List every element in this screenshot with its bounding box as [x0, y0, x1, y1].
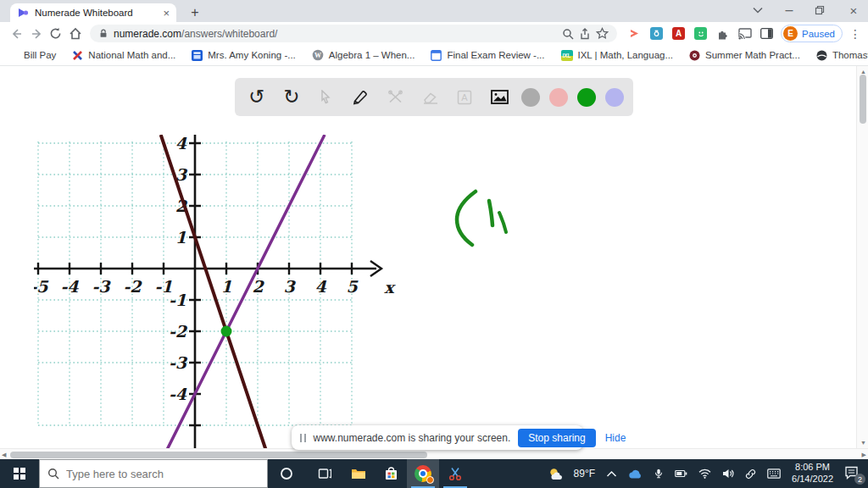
- eraser-tool-button[interactable]: [418, 85, 443, 110]
- share-message: www.numerade.com is sharing your screen.: [314, 432, 511, 444]
- scroll-right-icon[interactable]: ▶: [862, 452, 866, 458]
- chrome-taskbar-button[interactable]: [407, 459, 439, 488]
- hide-button[interactable]: Hide: [605, 432, 626, 444]
- x-tick: 2: [252, 277, 264, 296]
- cast-icon[interactable]: [737, 26, 752, 41]
- browser-tab[interactable]: Numerade Whiteboard ×: [10, 3, 176, 22]
- file-explorer-button[interactable]: [342, 459, 375, 488]
- window-minimize-button[interactable]: –: [775, 0, 804, 20]
- bookmarks-bar: Bill Pay National Math and... Mrs. Amy K…: [0, 45, 868, 66]
- scroll-up-icon[interactable]: ▲: [860, 69, 866, 75]
- handwritten-annotation: [444, 181, 515, 256]
- scroll-down-icon[interactable]: ▼: [860, 440, 866, 446]
- tray-chevron-up-icon[interactable]: [606, 470, 617, 478]
- reload-icon[interactable]: [46, 25, 65, 43]
- line-rising: [167, 135, 325, 449]
- action-center-button[interactable]: 2: [844, 466, 861, 481]
- vertical-scrollbar[interactable]: ▲ ▼: [856, 66, 868, 448]
- svg-text:A: A: [462, 92, 469, 103]
- windows-logo-icon: [14, 468, 25, 480]
- touch-keyboard-icon[interactable]: [767, 469, 781, 479]
- undo-button[interactable]: ↺: [244, 85, 270, 110]
- color-swatch-gray[interactable]: [521, 88, 540, 107]
- zoom-icon[interactable]: [562, 28, 574, 40]
- tab-strip: Numerade Whiteboard × + – ×: [0, 0, 868, 22]
- profile-button[interactable]: E Paused: [781, 25, 843, 42]
- bookmark-item[interactable]: Mrs. Amy Koning -...: [192, 50, 296, 61]
- x-tick: -5: [34, 277, 49, 296]
- search-icon: [47, 468, 59, 480]
- tab-search-chevron-icon[interactable]: [743, 0, 772, 20]
- tools-button[interactable]: [383, 85, 409, 110]
- scissors-icon: [448, 467, 462, 481]
- image-tool-button[interactable]: [487, 85, 512, 110]
- summer-math-icon: [689, 50, 700, 61]
- acrobat-extension-icon[interactable]: A: [671, 26, 686, 41]
- redo-button[interactable]: ↻: [279, 85, 304, 110]
- stop-sharing-button[interactable]: Stop sharing: [518, 429, 595, 447]
- y-tick: -2: [169, 322, 188, 341]
- start-button[interactable]: [0, 459, 39, 488]
- window-close-button[interactable]: ×: [839, 0, 868, 20]
- address-bar[interactable]: numerade.com/answers/whiteboard/: [90, 25, 617, 42]
- screenshot-extension-icon[interactable]: [649, 26, 664, 41]
- vertical-scroll-thumb[interactable]: [860, 75, 866, 124]
- cursor-tool-button[interactable]: [314, 85, 339, 110]
- weather-temperature[interactable]: 89°F: [574, 468, 595, 480]
- tab-close-icon[interactable]: ×: [163, 7, 170, 19]
- url-path: /answers/whiteboard/: [181, 28, 277, 40]
- volume-icon[interactable]: [722, 469, 734, 479]
- whiteboard-toolbar: ↺ ↻ A: [235, 78, 633, 116]
- bookmark-item[interactable]: Bill Pay: [24, 50, 56, 60]
- classroom-site-icon: [192, 50, 203, 61]
- kami-extension-icon[interactable]: [693, 26, 708, 41]
- bookmark-item[interactable]: Final Exam Review -...: [431, 50, 544, 61]
- color-swatch-lavender[interactable]: [605, 88, 624, 107]
- window-restore-button[interactable]: [805, 0, 834, 20]
- onedrive-icon[interactable]: [628, 469, 643, 479]
- wifi-icon[interactable]: [698, 469, 711, 479]
- new-tab-button[interactable]: +: [185, 3, 205, 22]
- color-swatch-green[interactable]: [577, 88, 596, 107]
- taskbar-clock[interactable]: 8:06 PM 6/14/2022: [792, 462, 833, 485]
- y-tick: -3: [169, 353, 188, 372]
- extensions-puzzle-icon[interactable]: [715, 26, 730, 41]
- share-icon[interactable]: [579, 28, 591, 40]
- windows-taskbar: 89°F 8:06 PM 6/14/2022 2: [0, 459, 868, 488]
- side-panel-icon[interactable]: [760, 26, 774, 41]
- battery-icon[interactable]: [675, 469, 687, 479]
- lock-icon: [98, 28, 108, 39]
- y-tick: 4: [175, 135, 187, 152]
- taskbar-search[interactable]: [39, 459, 268, 488]
- bookmark-item[interactable]: Thomastik-Infeld C...: [816, 50, 868, 61]
- task-view-button[interactable]: [305, 459, 342, 488]
- svg-text:W: W: [314, 52, 321, 59]
- microsoft-store-button[interactable]: [375, 459, 407, 488]
- url-domain: numerade.com: [114, 28, 181, 40]
- bookmark-star-icon[interactable]: [596, 27, 609, 40]
- screencastify-extension-icon[interactable]: [627, 26, 642, 41]
- back-icon[interactable]: [7, 25, 26, 43]
- clock-time: 8:06 PM: [792, 462, 833, 474]
- bookmark-item[interactable]: National Math and...: [72, 50, 175, 61]
- browser-menu-icon[interactable]: ⋮: [849, 27, 861, 41]
- pen-tool-button[interactable]: [348, 85, 374, 110]
- search-input[interactable]: [66, 468, 244, 480]
- microphone-icon[interactable]: [654, 468, 664, 480]
- home-icon[interactable]: [65, 25, 85, 43]
- bookmark-item[interactable]: IXL IXL | Math, Languag...: [561, 50, 674, 61]
- horizontal-scroll-thumb[interactable]: [10, 452, 427, 458]
- text-tool-button[interactable]: A: [452, 85, 477, 110]
- bookmark-item[interactable]: W Algebra 1 – When...: [312, 49, 415, 61]
- snipping-tool-button[interactable]: [439, 459, 471, 488]
- cortana-button[interactable]: [268, 459, 305, 488]
- x-tick: 1: [220, 277, 231, 296]
- bookmark-item[interactable]: Summer Math Pract...: [689, 50, 800, 61]
- color-swatch-pink[interactable]: [549, 88, 568, 107]
- forward-icon[interactable]: [26, 25, 46, 43]
- weather-icon[interactable]: [548, 468, 563, 480]
- extensions-row: A: [627, 26, 774, 41]
- phone-link-icon[interactable]: [745, 469, 756, 480]
- scroll-left-icon[interactable]: ◀: [2, 452, 6, 458]
- x-tick: 4: [314, 277, 326, 296]
